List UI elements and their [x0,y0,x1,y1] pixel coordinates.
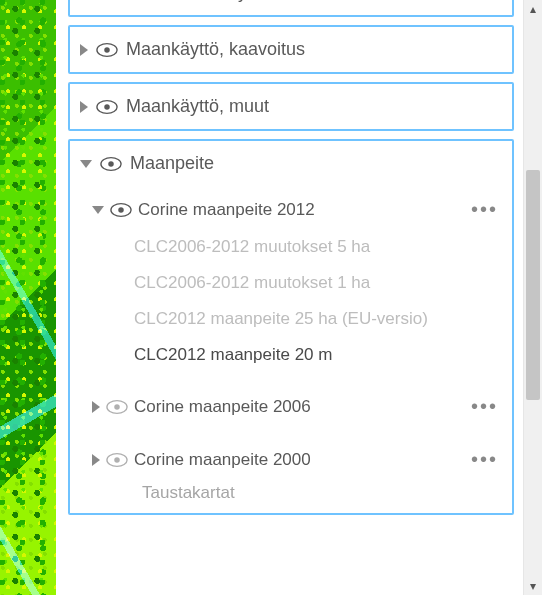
layer-panel: ▴ ▾ Luonnonesiintymät [56,0,542,595]
visibility-icon [96,99,118,115]
svg-point-5 [104,104,110,110]
scroll-up-button[interactable]: ▴ [524,0,542,18]
more-options-button[interactable]: ••• [465,448,504,471]
more-options-button[interactable]: ••• [465,395,504,418]
expand-icon [80,44,88,56]
expand-icon [92,401,100,413]
visibility-icon [96,42,118,58]
map-background [0,0,56,595]
visibility-off-icon [106,452,128,468]
tree-subnode-label: Corine maanpeite 2006 [134,397,459,417]
tree-node-label: Luonnonesiintymät [126,0,277,3]
scrollbar[interactable]: ▴ ▾ [523,0,542,595]
layer-item-disabled[interactable]: CLC2006-2012 muutokset 1 ha [78,265,504,301]
tree-node-label: Maankäyttö, muut [126,96,269,117]
expand-icon [92,454,100,466]
tree-node: Maankäyttö, muut [68,82,514,131]
chevron-down-icon: ▾ [530,579,536,593]
tree-subnode[interactable]: Corine maanpeite 2012 ••• [78,190,504,229]
layer-item-disabled[interactable]: CLC2006-2012 muutokset 5 ha [78,229,504,265]
svg-point-7 [108,161,114,167]
collapse-icon [92,206,104,214]
visibility-icon [100,156,122,172]
svg-point-13 [114,457,120,463]
tree-node: Maankäyttö, kaavoitus [68,25,514,74]
tree-node-expanded: Maanpeite Corine maanpeite 2012 ••• CLC2… [68,139,514,515]
visibility-icon [110,202,132,218]
visibility-icon [96,0,118,1]
scroll-thumb[interactable] [526,170,540,400]
tree-subnode-label: Corine maanpeite 2012 [138,200,459,220]
expand-icon [80,101,88,113]
tree-node: Luonnonesiintymät [68,0,514,17]
layer-tree: Luonnonesiintymät Maankäyttö, kaavoitus [64,0,518,595]
svg-point-3 [104,47,110,53]
more-options-button[interactable]: ••• [465,198,504,221]
tree-node-header[interactable]: Maankäyttö, muut [70,84,512,129]
chevron-up-icon: ▴ [530,2,536,16]
tree-node-label: Maankäyttö, kaavoitus [126,39,305,60]
tree-node-header[interactable]: Maankäyttö, kaavoitus [70,27,512,72]
tree-subnode-partial: Taustakartat [78,479,504,503]
tree-node-header[interactable]: Luonnonesiintymät [70,0,512,15]
tree-children: Corine maanpeite 2012 ••• CLC2006-2012 m… [70,186,512,513]
visibility-off-icon [106,399,128,415]
tree-node-label: Maanpeite [130,153,214,174]
tree-subnode[interactable]: Corine maanpeite 2000 ••• [78,440,504,479]
tree-subnode-label: Corine maanpeite 2000 [134,450,459,470]
layer-item-active[interactable]: CLC2012 maanpeite 20 m [78,337,504,373]
tree-subnode[interactable]: Corine maanpeite 2006 ••• [78,387,504,426]
svg-point-11 [114,404,120,410]
scroll-down-button[interactable]: ▾ [524,577,542,595]
layer-item-disabled[interactable]: CLC2012 maanpeite 25 ha (EU-versio) [78,301,504,337]
collapse-icon [80,160,92,168]
tree-node-header[interactable]: Maanpeite [70,141,512,186]
svg-point-9 [118,207,124,213]
